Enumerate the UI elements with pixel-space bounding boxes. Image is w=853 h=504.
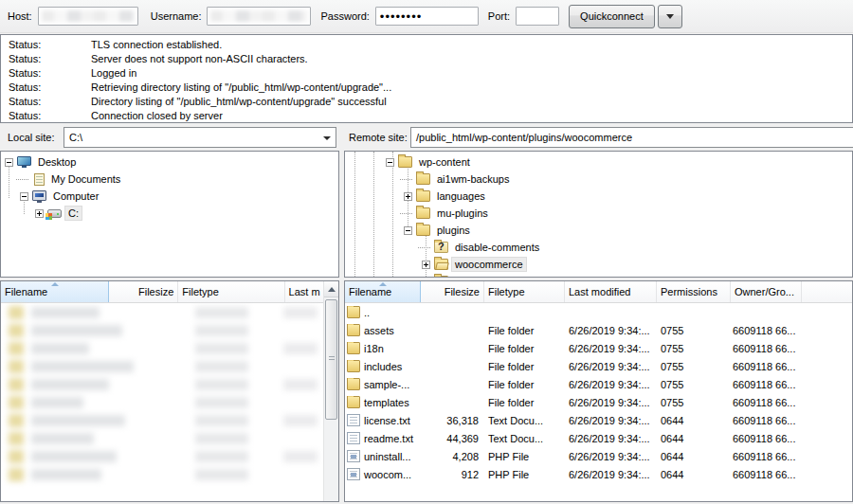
column-header[interactable]: Filesize xyxy=(109,281,178,302)
tree-node-label[interactable]: ai1wm-backups xyxy=(434,172,512,186)
file-owner-group: 6609118 66... xyxy=(731,397,802,408)
local-file-list[interactable]: Filename Filesize Filetype Last m xyxy=(0,280,339,502)
file-row[interactable]: readme.txt 44,369 Text Docu... 6/26/2019… xyxy=(345,429,852,447)
tree-expander-icon[interactable] xyxy=(422,278,430,279)
file-row[interactable]: woocom... 912 PHP File 6/26/2019 9:34:..… xyxy=(345,465,852,483)
local-site-combobox[interactable]: C:\ xyxy=(64,127,336,148)
file-type: File folder xyxy=(484,379,565,390)
status-log-panel[interactable]: Status: TLS connection established. Stat… xyxy=(0,34,853,123)
password-input[interactable]: •••••••• xyxy=(375,7,479,26)
file-row[interactable]: .. xyxy=(345,303,852,321)
file-name[interactable]: license.txt xyxy=(364,415,410,426)
status-prefix: Status: xyxy=(9,81,91,95)
file-row[interactable]: assets File folder 6/26/2019 9:34:... 07… xyxy=(345,321,852,339)
column-header[interactable]: Owner/Gro... xyxy=(731,281,802,302)
file-permissions: 0644 xyxy=(657,433,731,444)
local-directory-tree[interactable]: Desktop My Documents Computer C: xyxy=(0,151,339,278)
tree-node-label[interactable]: C: xyxy=(65,207,82,220)
file-permissions: 0755 xyxy=(657,343,731,354)
column-header[interactable]: Filename xyxy=(1,281,109,302)
vertical-scrollbar[interactable] xyxy=(323,281,338,501)
tree-node[interactable]: disable-comments xyxy=(345,239,852,256)
status-message: TLS connection established. xyxy=(91,38,222,52)
username-input[interactable] xyxy=(207,7,311,26)
tree-expander-icon[interactable] xyxy=(404,192,412,201)
column-header[interactable]: Filetype xyxy=(484,281,565,302)
tree-expander-icon[interactable] xyxy=(386,158,394,167)
tree-expander-icon[interactable] xyxy=(404,175,412,184)
tree-node-label[interactable]: plugins xyxy=(434,224,473,237)
file-name[interactable]: templates xyxy=(364,397,409,408)
scroll-up-button[interactable] xyxy=(324,281,338,297)
port-input[interactable] xyxy=(516,7,559,26)
file-row[interactable]: templates File folder 6/26/2019 9:34:...… xyxy=(345,393,852,411)
host-label: Host: xyxy=(8,10,32,22)
file-size: 912 xyxy=(421,469,484,480)
tree-node-icon xyxy=(434,259,448,270)
tree-node[interactable]: wp-content xyxy=(345,153,852,171)
tree-expander-icon[interactable] xyxy=(404,226,412,235)
file-modified: 6/26/2019 9:34:... xyxy=(565,397,657,408)
tree-node[interactable]: ai1wm-backups xyxy=(345,171,852,188)
column-header[interactable]: Filesize xyxy=(421,281,484,302)
column-header[interactable]: Permissions xyxy=(657,281,731,302)
remote-file-list[interactable]: Filename Filesize Filetype Last modified… xyxy=(344,280,853,502)
tree-expander-icon[interactable] xyxy=(5,158,13,167)
status-log-line: Status: Directory listing of "/public_ht… xyxy=(1,95,852,109)
tree-node-label[interactable]: My Documents xyxy=(48,172,123,186)
tree-node[interactable]: woocommerce xyxy=(345,256,852,273)
file-name[interactable]: assets xyxy=(364,325,394,336)
tree-expander-icon[interactable] xyxy=(20,192,28,201)
tree-expander-icon[interactable] xyxy=(20,175,28,184)
tree-node[interactable]: Desktop xyxy=(1,153,338,171)
tree-node[interactable]: languages xyxy=(345,188,852,205)
file-row[interactable]: i18n File folder 6/26/2019 9:34:... 0755… xyxy=(345,339,852,357)
tree-node-label[interactable]: languages xyxy=(434,189,488,203)
file-row[interactable]: license.txt 36,318 Text Docu... 6/26/201… xyxy=(345,411,852,429)
file-name[interactable]: i18n xyxy=(364,343,384,354)
password-label: Password: xyxy=(320,10,369,22)
file-name[interactable]: woocom... xyxy=(364,469,411,480)
tree-node-label[interactable]: wp-content xyxy=(416,155,473,169)
column-header-label: Last m xyxy=(289,286,320,297)
tree-expander-icon[interactable] xyxy=(35,209,44,218)
remote-directory-tree[interactable]: wp-content ai1wm-backups languages mu-pl… xyxy=(344,151,853,278)
file-name[interactable]: includes xyxy=(364,361,402,372)
host-input[interactable] xyxy=(38,7,138,26)
file-row[interactable]: sample-... File folder 6/26/2019 9:34:..… xyxy=(345,375,852,393)
file-permissions: 0644 xyxy=(657,451,731,462)
remote-site-label: Remote site: xyxy=(349,132,408,143)
tree-node[interactable]: mu-plugins xyxy=(345,205,852,222)
tree-node-label[interactable]: woocommerce xyxy=(452,258,526,271)
file-name[interactable]: readme.txt xyxy=(364,433,413,444)
quickconnect-button[interactable]: Quickconnect xyxy=(569,5,655,28)
scrollbar-thumb[interactable] xyxy=(325,299,337,420)
tree-expander-icon[interactable] xyxy=(422,243,430,252)
file-name[interactable]: uninstall... xyxy=(364,451,411,462)
tree-node-label[interactable]: Computer xyxy=(50,189,101,203)
quickconnect-dropdown-button[interactable] xyxy=(658,5,682,28)
tree-node[interactable]: plugins xyxy=(345,222,852,239)
tree-expander-icon[interactable] xyxy=(404,209,412,218)
tree-node[interactable]: My Documents xyxy=(1,171,338,188)
tree-node-label[interactable]: Desktop xyxy=(35,155,79,169)
column-header[interactable]: Last modified xyxy=(565,281,657,302)
remote-site-combobox[interactable]: /public_html/wp-content/plugins/woocomme… xyxy=(410,127,853,148)
column-header[interactable]: Filetype xyxy=(178,281,284,302)
file-row[interactable]: uninstall... 4,208 PHP File 6/26/2019 9:… xyxy=(345,447,852,465)
file-name[interactable]: sample-... xyxy=(364,379,409,390)
tree-node-label[interactable]: mu-plugins xyxy=(434,207,491,220)
file-modified: 6/26/2019 9:34:... xyxy=(565,325,657,336)
file-permissions: 0755 xyxy=(657,379,731,390)
file-name[interactable]: .. xyxy=(364,307,370,318)
tree-node-label[interactable]: disable-comments xyxy=(452,241,542,254)
chevron-down-icon[interactable] xyxy=(323,136,331,140)
file-owner-group: 6609118 66... xyxy=(731,379,802,390)
tree-node[interactable]: Computer xyxy=(1,188,338,205)
tree-expander-icon[interactable] xyxy=(422,261,430,269)
tree-node[interactable]: C: xyxy=(1,205,338,222)
file-row[interactable]: includes File folder 6/26/2019 9:34:... … xyxy=(345,357,852,375)
redacted-local-files xyxy=(3,304,321,498)
tree-node[interactable] xyxy=(345,273,852,278)
column-header[interactable]: Filename xyxy=(345,281,421,302)
